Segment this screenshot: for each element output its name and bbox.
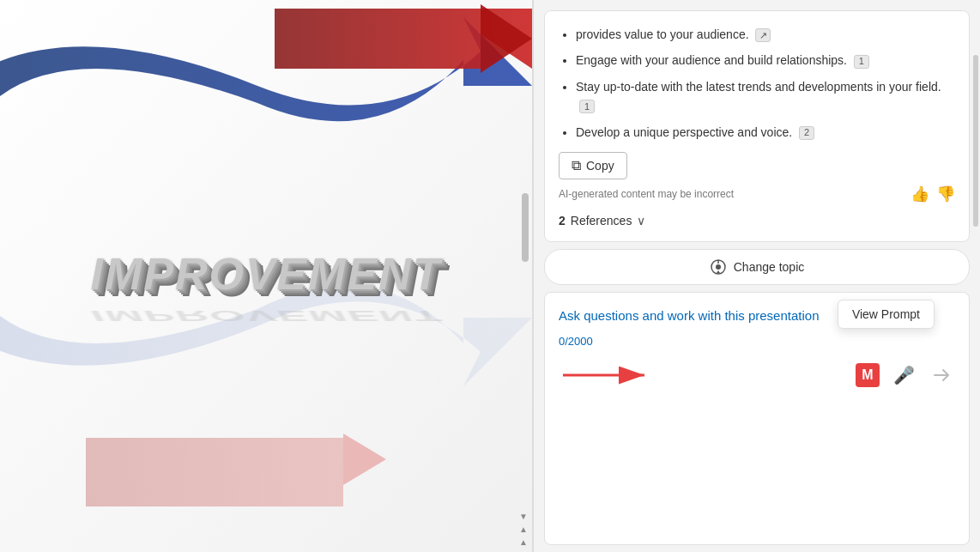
references-row[interactable]: 2 References ∨ bbox=[559, 214, 955, 227]
send-button[interactable] bbox=[928, 361, 955, 389]
change-topic-button[interactable]: Change topic bbox=[544, 249, 970, 285]
bullet-list: provides value to your audience. ↗ Engag… bbox=[559, 25, 955, 142]
references-label: References bbox=[571, 214, 632, 227]
ref-badge: 2 bbox=[799, 126, 814, 140]
microphone-button[interactable]: 🎤 bbox=[890, 361, 917, 389]
right-panel: provides value to your audience. ↗ Engag… bbox=[534, 0, 980, 552]
list-item: provides value to your audience. ↗ bbox=[576, 25, 955, 44]
scroll-up-arrow[interactable]: ▲ bbox=[519, 524, 528, 536]
copy-button[interactable]: ⧉ Copy bbox=[559, 152, 627, 179]
content-card: provides value to your audience. ↗ Engag… bbox=[544, 10, 970, 242]
scroll-up-arrow2[interactable]: ▲ bbox=[519, 537, 528, 549]
chevron-down-icon: ∨ bbox=[637, 214, 645, 227]
svg-point-5 bbox=[716, 264, 721, 270]
thumbs-down-icon[interactable]: 👎 bbox=[936, 185, 955, 203]
thumbs-up-icon[interactable]: 👍 bbox=[910, 185, 929, 203]
arrow-indicator-area bbox=[559, 358, 856, 392]
view-prompt-label: View Prompt bbox=[852, 307, 920, 321]
right-panel-scrollbar[interactable] bbox=[973, 55, 978, 227]
send-icon-svg bbox=[932, 366, 951, 385]
references-count: 2 bbox=[559, 214, 566, 227]
view-prompt-tooltip: View Prompt bbox=[838, 300, 935, 329]
copy-label: Copy bbox=[586, 159, 614, 173]
ask-questions-card: View Prompt Ask questions and work with … bbox=[544, 292, 970, 545]
slide-improvement-text: IMPROVEMENT bbox=[90, 248, 441, 300]
ref-badge: 1 bbox=[854, 55, 869, 69]
feedback-icons: 👍 👎 bbox=[910, 185, 955, 203]
ref-badge: 1 bbox=[579, 100, 595, 113]
copilot-icon[interactable]: M bbox=[856, 363, 880, 387]
svg-marker-2 bbox=[86, 438, 378, 507]
change-topic-icon bbox=[710, 258, 727, 276]
list-item: Engage with your audience and build rela… bbox=[576, 51, 955, 70]
ai-note: AI-generated content may be incorrect bbox=[559, 188, 904, 200]
change-topic-label: Change topic bbox=[734, 260, 805, 274]
input-icons: M 🎤 bbox=[856, 361, 955, 389]
slide-improvement-reflection: IMPROVEMENT bbox=[90, 307, 441, 323]
slide-content: IMPROVEMENT IMPROVEMENT ▼ ▲ ▲ bbox=[0, 0, 532, 552]
scroll-down-arrow[interactable]: ▼ bbox=[519, 511, 528, 523]
char-count: 0/2000 bbox=[559, 335, 955, 348]
ref-badge: ↗ bbox=[755, 28, 771, 42]
slide-scrollbar-handle[interactable] bbox=[522, 193, 529, 262]
ai-feedback-row: AI-generated content may be incorrect 👍 … bbox=[559, 185, 955, 203]
list-item: Develop a unique perspective and voice. … bbox=[576, 123, 955, 142]
slide-scroll-controls[interactable]: ▼ ▲ ▲ bbox=[515, 511, 532, 552]
slide-panel: IMPROVEMENT IMPROVEMENT ▼ ▲ ▲ bbox=[0, 0, 532, 552]
list-item: Stay up-to-date with the latest trends a… bbox=[576, 77, 955, 116]
copy-icon: ⧉ bbox=[572, 158, 581, 173]
red-arrow-svg bbox=[559, 358, 662, 392]
svg-marker-3 bbox=[343, 434, 386, 485]
ask-input-row: M 🎤 bbox=[559, 358, 955, 392]
card-footer: ⧉ Copy bbox=[559, 152, 955, 179]
